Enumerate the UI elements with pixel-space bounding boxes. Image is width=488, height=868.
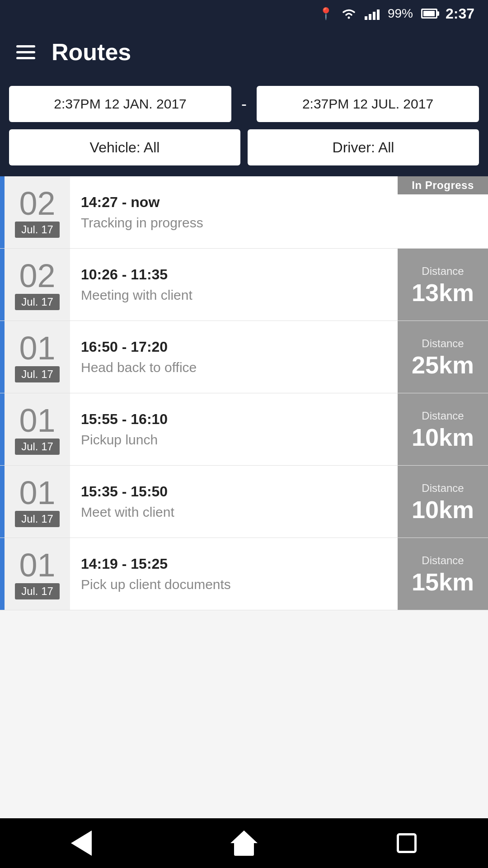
- page-title: Routes: [52, 38, 131, 66]
- route-description: Tracking in progress: [81, 215, 387, 231]
- route-item[interactable]: 01 Jul. 17 14:19 - 15:25 Pick up client …: [0, 538, 488, 610]
- route-time: 15:55 - 16:10: [81, 411, 387, 428]
- distance-value: 15km: [412, 570, 474, 594]
- distance-label: Distance: [422, 554, 464, 567]
- route-description: Head back to office: [81, 360, 387, 375]
- route-month: Jul. 17: [15, 439, 60, 455]
- route-month: Jul. 17: [15, 583, 60, 599]
- route-content: 10:26 - 11:35 Meeting with client: [70, 249, 398, 321]
- route-time: 15:35 - 15:50: [81, 483, 387, 500]
- filter-area: 2:37PM 12 JAN. 2017 - 2:37PM 12 JUL. 201…: [0, 77, 488, 176]
- route-description: Meeting with client: [81, 288, 387, 303]
- route-item[interactable]: 01 Jul. 17 15:35 - 15:50 Meet with clien…: [0, 466, 488, 538]
- route-date-badge: 02 Jul. 17: [5, 176, 70, 248]
- route-time: 16:50 - 17:20: [81, 339, 387, 355]
- route-description: Meet with client: [81, 505, 387, 520]
- route-month: Jul. 17: [15, 294, 60, 310]
- distance-label: Distance: [422, 482, 464, 495]
- route-accent: [0, 176, 5, 248]
- distance-badge: Distance 10km: [398, 393, 488, 465]
- route-day: 01: [19, 476, 55, 509]
- home-icon: [230, 830, 258, 856]
- vehicle-filter-button[interactable]: Vehicle: All: [9, 129, 240, 165]
- back-icon: [71, 830, 92, 856]
- route-date-badge: 01 Jul. 17: [5, 466, 70, 538]
- route-item[interactable]: 02 Jul. 17 14:27 - now Tracking in progr…: [0, 176, 488, 249]
- route-accent: [0, 249, 5, 321]
- status-time: 2:37: [446, 5, 474, 22]
- route-description: Pick up client documents: [81, 577, 387, 592]
- route-day: 02: [19, 187, 55, 220]
- distance-label: Distance: [422, 265, 464, 278]
- in-progress-badge: In Progress: [398, 176, 488, 194]
- back-button[interactable]: [63, 830, 99, 857]
- distance-badge: Distance 15km: [398, 538, 488, 610]
- route-accent: [0, 466, 5, 538]
- route-date-badge: 01 Jul. 17: [5, 538, 70, 610]
- app-header: Routes: [0, 27, 488, 77]
- driver-filter-button[interactable]: Driver: All: [248, 129, 479, 165]
- route-item[interactable]: 01 Jul. 17 16:50 - 17:20 Head back to of…: [0, 321, 488, 393]
- recents-button[interactable]: [389, 830, 425, 857]
- distance-label: Distance: [422, 337, 464, 350]
- distance-value: 10km: [412, 425, 474, 449]
- bottom-nav: [0, 818, 488, 868]
- route-content: 14:19 - 15:25 Pick up client documents: [70, 538, 398, 610]
- home-button[interactable]: [226, 830, 262, 857]
- status-bar: 99% 2:37: [0, 0, 488, 27]
- route-accent: [0, 538, 5, 610]
- battery-percent: 99%: [388, 6, 413, 21]
- route-day: 02: [19, 259, 55, 292]
- date-to-picker[interactable]: 2:37PM 12 JUL. 2017: [257, 86, 479, 122]
- distance-value: 10km: [412, 497, 474, 522]
- route-day: 01: [19, 404, 55, 437]
- date-separator: -: [239, 94, 249, 113]
- signal-icon: [365, 7, 380, 20]
- recents-icon: [397, 833, 417, 853]
- battery-icon: [421, 9, 437, 19]
- in-progress-label: In Progress: [398, 176, 488, 194]
- distance-badge: Distance 10km: [398, 466, 488, 538]
- route-description: Pickup lunch: [81, 432, 387, 448]
- location-icon: [319, 6, 333, 21]
- routes-list: 02 Jul. 17 14:27 - now Tracking in progr…: [0, 176, 488, 818]
- route-item[interactable]: 02 Jul. 17 10:26 - 11:35 Meeting with cl…: [0, 249, 488, 321]
- route-content: 16:50 - 17:20 Head back to office: [70, 321, 398, 393]
- route-time: 14:19 - 15:25: [81, 556, 387, 572]
- route-month: Jul. 17: [15, 366, 60, 382]
- route-time: 10:26 - 11:35: [81, 266, 387, 283]
- distance-label: Distance: [422, 410, 464, 422]
- route-date-badge: 01 Jul. 17: [5, 321, 70, 393]
- date-from-picker[interactable]: 2:37PM 12 JAN. 2017: [9, 86, 231, 122]
- filter-row: Vehicle: All Driver: All: [9, 129, 479, 165]
- wifi-icon: [341, 8, 357, 19]
- route-accent: [0, 393, 5, 465]
- route-month: Jul. 17: [15, 511, 60, 527]
- distance-value: 25km: [412, 353, 474, 377]
- date-range-row: 2:37PM 12 JAN. 2017 - 2:37PM 12 JUL. 201…: [9, 86, 479, 122]
- route-date-badge: 02 Jul. 17: [5, 249, 70, 321]
- route-date-badge: 01 Jul. 17: [5, 393, 70, 465]
- menu-button[interactable]: [16, 45, 35, 59]
- route-accent: [0, 321, 5, 393]
- distance-badge: Distance 25km: [398, 321, 488, 393]
- distance-badge: Distance 13km: [398, 249, 488, 321]
- route-content: 14:27 - now Tracking in progress: [70, 176, 398, 248]
- route-item[interactable]: 01 Jul. 17 15:55 - 16:10 Pickup lunch Di…: [0, 393, 488, 466]
- route-day: 01: [19, 549, 55, 581]
- route-month: Jul. 17: [15, 222, 60, 238]
- route-time: 14:27 - now: [81, 194, 387, 211]
- route-content: 15:35 - 15:50 Meet with client: [70, 466, 398, 538]
- distance-value: 13km: [412, 280, 474, 305]
- route-content: 15:55 - 16:10 Pickup lunch: [70, 393, 398, 465]
- route-day: 01: [19, 332, 55, 364]
